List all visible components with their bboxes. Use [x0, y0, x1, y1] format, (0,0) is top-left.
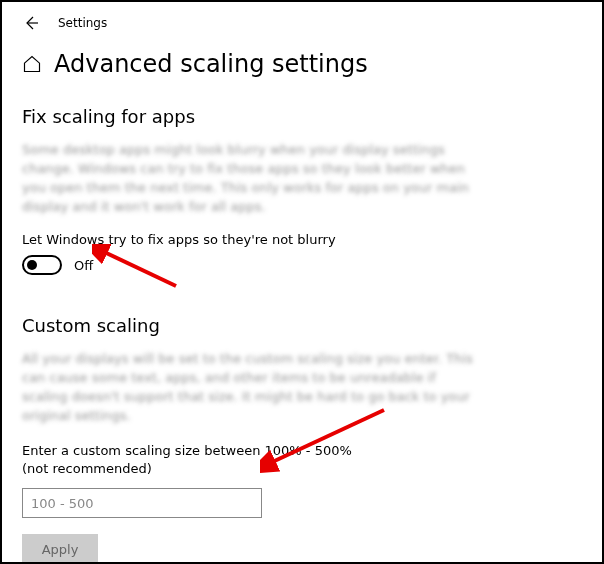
back-arrow-icon [23, 15, 39, 31]
toggle-state-text: Off [74, 258, 93, 273]
home-icon [22, 54, 42, 74]
fix-scaling-description: Some desktop apps might look blurry when… [22, 141, 482, 216]
custom-scaling-description: All your displays will be set to the cus… [22, 350, 482, 425]
fix-scaling-heading: Fix scaling for apps [22, 106, 582, 127]
app-name: Settings [58, 16, 107, 30]
page-title: Advanced scaling settings [54, 50, 368, 78]
custom-scale-input[interactable] [22, 488, 262, 518]
fix-blurry-toggle[interactable] [22, 255, 62, 275]
custom-scaling-heading: Custom scaling [22, 315, 582, 336]
fix-blurry-toggle-label: Let Windows try to fix apps so they're n… [22, 232, 582, 247]
custom-scale-field-label: Enter a custom scaling size between 100%… [22, 442, 382, 478]
back-button[interactable] [22, 14, 40, 32]
apply-button[interactable]: Apply [22, 534, 98, 564]
toggle-knob [27, 260, 37, 270]
